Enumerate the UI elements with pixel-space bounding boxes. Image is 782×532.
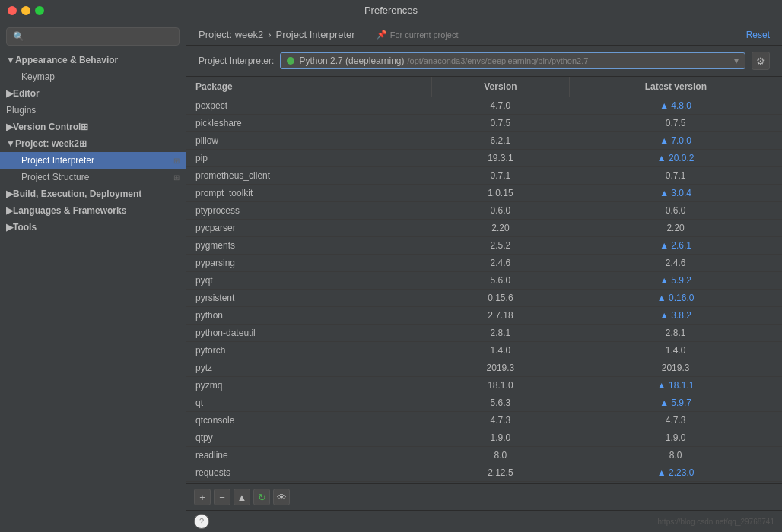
package-latest-version: ▲ 20.0.2 — [569, 150, 782, 167]
package-name: pip — [186, 150, 432, 167]
package-latest-version: 2.20 — [569, 220, 782, 237]
table-row[interactable]: pytorch1.4.01.4.0 — [186, 342, 782, 359]
help-button[interactable]: ? — [194, 514, 209, 529]
table-row[interactable]: prompt_toolkit1.0.15▲ 3.0.4 — [186, 185, 782, 202]
package-name: pyzmq — [186, 377, 432, 394]
package-name: pytorch — [186, 342, 432, 359]
table-row[interactable]: pyqt5.6.0▲ 5.9.2 — [186, 272, 782, 290]
sidebar-item-appearance-behavior[interactable]: ▼ Appearance & Behavior — [0, 52, 186, 68]
table-row[interactable]: prometheus_client0.7.10.7.1 — [186, 167, 782, 185]
search-input[interactable] — [6, 27, 180, 46]
package-name: readline — [186, 447, 432, 464]
table-row[interactable]: qtpy1.9.01.9.0 — [186, 429, 782, 447]
table-row[interactable]: pyzmq18.1.0▲ 18.1.1 — [186, 377, 782, 394]
package-latest-version: ▲ 2.6.1 — [569, 237, 782, 255]
package-version: 0.15.6 — [432, 290, 570, 307]
watermark: https://blog.csdn.net/qq_29768741 — [658, 518, 774, 526]
sidebar-item-project-week2[interactable]: ▼ Project: week2 ⊞ — [0, 135, 186, 152]
breadcrumb-separator: › — [268, 29, 271, 40]
table-row[interactable]: pillow6.2.1▲ 7.0.0 — [186, 132, 782, 150]
table-row[interactable]: requests2.12.5▲ 2.23.0 — [186, 464, 782, 482]
chevron-right-icon: ▶ — [6, 188, 13, 199]
package-name: ptyprocess — [186, 202, 432, 220]
table-row[interactable]: pickleshare0.7.50.7.5 — [186, 115, 782, 132]
reset-button[interactable]: Reset — [746, 30, 770, 40]
sidebar-item-editor[interactable]: ▶ Editor — [0, 85, 186, 102]
sidebar-item-project-structure[interactable]: Project Structure ⊞ — [0, 169, 186, 185]
package-latest-version: 2019.3 — [569, 359, 782, 377]
maximize-button[interactable] — [35, 6, 44, 15]
package-table-area[interactable]: Package Version Latest version pexpect4.… — [186, 77, 782, 483]
interpreter-select[interactable]: Python 2.7 (deeplearning) /opt/anaconda3… — [280, 52, 745, 69]
package-name: qt — [186, 394, 432, 412]
package-name: pexpect — [186, 97, 432, 115]
sidebar-item-project-interpreter[interactable]: Project Interpreter ⊞ — [0, 152, 186, 169]
table-row[interactable]: pip19.3.1▲ 20.0.2 — [186, 150, 782, 167]
table-row[interactable]: pyrsistent0.15.6▲ 0.16.0 — [186, 290, 782, 307]
package-name: prompt_toolkit — [186, 185, 432, 202]
package-latest-version: 2.4.6 — [569, 255, 782, 272]
package-version: 2.8.1 — [432, 325, 570, 342]
package-latest-version: 8.0 — [569, 447, 782, 464]
plus-icon: + — [199, 492, 205, 503]
package-version: 2.12.5 — [432, 464, 570, 482]
sidebar-item-label: Build, Execution, Deployment — [13, 188, 141, 199]
eye-icon: 👁 — [277, 492, 287, 503]
interpreter-name: Python 2.7 (deeplearning) — [299, 55, 404, 66]
for-current-project: 📌 For current project — [377, 30, 459, 40]
package-latest-version: ▲ 2.23.0 — [569, 464, 782, 482]
minimize-button[interactable] — [21, 6, 30, 15]
status-dot — [287, 57, 294, 65]
window-controls — [8, 6, 44, 15]
table-row[interactable]: python2.7.18▲ 3.8.2 — [186, 307, 782, 325]
package-name: pyrsistent — [186, 290, 432, 307]
sidebar-item-keymap[interactable]: Keymap — [0, 68, 186, 85]
package-version: 19.3.1 — [432, 150, 570, 167]
package-version: 5.6.3 — [432, 394, 570, 412]
window-title: Preferences — [364, 5, 418, 16]
table-row[interactable]: pygments2.5.2▲ 2.6.1 — [186, 237, 782, 255]
table-row[interactable]: pycparser2.202.20 — [186, 220, 782, 237]
table-row[interactable]: qtconsole4.7.34.7.3 — [186, 412, 782, 429]
table-row[interactable]: qt5.6.3▲ 5.9.7 — [186, 394, 782, 412]
table-row[interactable]: pexpect4.7.0▲ 4.8.0 — [186, 97, 782, 115]
chevron-down-icon: ▼ — [6, 138, 15, 149]
table-row[interactable]: pyparsing2.4.62.4.6 — [186, 255, 782, 272]
sidebar-item-tools[interactable]: ▶ Tools — [0, 219, 186, 236]
sidebar-item-label: Project Interpreter — [21, 155, 94, 166]
table-row[interactable]: ptyprocess0.6.00.6.0 — [186, 202, 782, 220]
refresh-button[interactable]: ↻ — [253, 489, 270, 505]
table-header-row: Package Version Latest version — [186, 77, 782, 97]
package-name: pycparser — [186, 220, 432, 237]
package-name: python-dateutil — [186, 325, 432, 342]
table-row[interactable]: readline8.08.0 — [186, 447, 782, 464]
content-header: Project: week2 › Project Interpreter 📌 F… — [186, 21, 782, 46]
package-name: qtpy — [186, 429, 432, 447]
interpreter-label: Project Interpreter: — [199, 55, 274, 66]
sidebar-item-plugins[interactable]: Plugins — [0, 102, 186, 119]
breadcrumb-project: Project: week2 — [199, 29, 263, 40]
eye-button[interactable]: 👁 — [273, 489, 290, 505]
sidebar-item-languages-frameworks[interactable]: ▶ Languages & Frameworks — [0, 202, 186, 219]
upgrade-package-button[interactable]: ▲ — [234, 489, 250, 505]
sidebar-item-label: Editor — [13, 88, 40, 99]
table-row[interactable]: python-dateutil2.8.12.8.1 — [186, 325, 782, 342]
sidebar-item-build-execution[interactable]: ▶ Build, Execution, Deployment — [0, 185, 186, 202]
package-latest-version: ▲ 5.9.2 — [569, 272, 782, 290]
gear-button[interactable]: ⚙ — [752, 52, 770, 70]
close-button[interactable] — [8, 6, 17, 15]
package-version: 6.2.1 — [432, 132, 570, 150]
chevron-right-icon: ▶ — [6, 122, 13, 132]
package-table: Package Version Latest version pexpect4.… — [186, 77, 782, 483]
sidebar-item-version-control[interactable]: ▶ Version Control ⊞ — [0, 119, 186, 135]
col-latest-version: Latest version — [569, 77, 782, 97]
package-latest-version: 0.6.0 — [569, 202, 782, 220]
package-version: 2.5.2 — [432, 237, 570, 255]
table-row[interactable]: pytz2019.32019.3 — [186, 359, 782, 377]
remove-package-button[interactable]: − — [214, 489, 230, 505]
package-version: 2.7.18 — [432, 307, 570, 325]
project-icon: ⊞ — [79, 138, 87, 149]
package-version: 2.20 — [432, 220, 570, 237]
add-package-button[interactable]: + — [194, 489, 211, 505]
package-latest-version: ▲ 5.9.7 — [569, 394, 782, 412]
